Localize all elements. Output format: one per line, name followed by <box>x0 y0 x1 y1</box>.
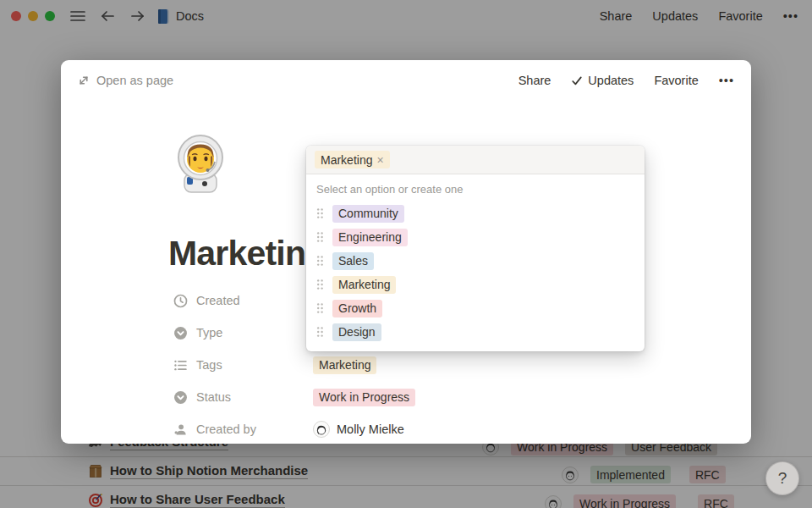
open-as-page-button[interactable]: Open as page <box>78 74 173 87</box>
drag-handle-icon[interactable] <box>316 326 324 338</box>
page-title[interactable]: Marketing <box>168 234 326 273</box>
dropdown-option-marketing[interactable]: Marketing <box>306 273 645 296</box>
open-as-page-label: Open as page <box>96 74 173 87</box>
selected-tag-label: Marketing <box>321 154 372 166</box>
page-emoji-woman-astronaut[interactable] <box>171 133 230 194</box>
option-tag: Growth <box>332 300 382 318</box>
dropdown-hint-text: Select an option or create one <box>306 174 645 199</box>
property-row-tags[interactable]: Tags Marketing <box>173 349 646 381</box>
dropdown-option-engineering[interactable]: Engineering <box>306 225 645 249</box>
tag-select-input[interactable]: Marketing × <box>306 146 645 174</box>
property-row-created-by[interactable]: Created by Molly Mielke <box>173 413 646 445</box>
tags-value-tag[interactable]: Marketing <box>313 356 376 374</box>
dropdown-option-design[interactable]: Design <box>306 320 645 344</box>
selected-tag-chip[interactable]: Marketing × <box>315 151 390 168</box>
favorite-button[interactable]: Favorite <box>654 74 698 87</box>
property-label: Type <box>196 326 222 340</box>
property-row-status[interactable]: Status Work in Progress <box>173 381 646 413</box>
property-label: Status <box>196 390 231 404</box>
expand-icon <box>78 75 90 86</box>
updates-button[interactable]: Updates <box>571 74 634 87</box>
property-label: Created <box>196 294 240 307</box>
updates-label: Updates <box>588 74 634 87</box>
drag-handle-icon[interactable] <box>316 231 324 243</box>
drag-handle-icon[interactable] <box>316 302 324 314</box>
remove-tag-icon[interactable]: × <box>376 154 383 166</box>
modal-menu: Share Updates Favorite ••• <box>518 74 734 87</box>
option-tag: Sales <box>332 252 374 270</box>
clock-icon <box>173 294 188 308</box>
drag-handle-icon[interactable] <box>316 279 324 290</box>
dropdown-option-community[interactable]: Community <box>306 202 645 225</box>
help-question-icon: ? <box>778 469 787 488</box>
person-icon <box>173 422 188 437</box>
list-icon <box>173 358 188 373</box>
created-by-value[interactable]: Molly Mielke <box>337 422 404 436</box>
option-tag: Marketing <box>332 276 396 294</box>
property-label: Created by <box>196 422 256 436</box>
dropdown-option-sales[interactable]: Sales <box>306 249 645 273</box>
status-value-tag[interactable]: Work in Progress <box>313 389 415 406</box>
molly-mielke-avatar <box>313 421 330 438</box>
check-icon <box>571 75 583 86</box>
select-icon <box>173 326 188 340</box>
dropdown-options-list: Community Engineering Sales Marketing <box>306 199 645 351</box>
option-tag: Design <box>332 323 381 341</box>
app-window: Docs Share Updates Favorite ••• Feedback… <box>0 0 812 508</box>
tag-select-dropdown: Marketing × Select an option or create o… <box>306 146 645 351</box>
select-icon <box>173 390 188 405</box>
option-tag: Community <box>332 205 404 223</box>
drag-handle-icon[interactable] <box>316 255 324 267</box>
more-options-button[interactable]: ••• <box>719 74 734 87</box>
option-tag: Engineering <box>332 229 408 246</box>
drag-handle-icon[interactable] <box>316 207 324 219</box>
help-button[interactable]: ? <box>765 461 799 495</box>
property-label: Tags <box>196 358 222 372</box>
modal-header: Open as page Share Updates Favorite ••• <box>61 60 751 101</box>
share-button[interactable]: Share <box>518 74 551 87</box>
dropdown-option-growth[interactable]: Growth <box>306 296 645 320</box>
